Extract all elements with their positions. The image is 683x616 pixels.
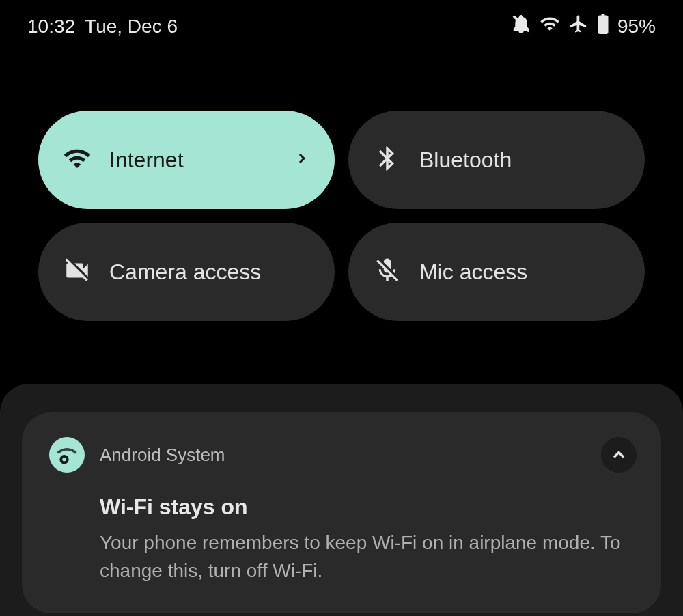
notification-panel: Android System Wi-Fi stays on Your phone… — [0, 384, 683, 616]
internet-tile-label: Internet — [109, 148, 276, 173]
status-date: Tue, Dec 6 — [85, 16, 178, 38]
bluetooth-tile-label: Bluetooth — [419, 148, 620, 173]
battery-percentage: 95% — [617, 16, 656, 38]
wifi-icon — [63, 144, 92, 176]
app-icon — [49, 437, 85, 473]
notification-app-name: Android System — [100, 445, 225, 466]
camera-tile-label: Camera access — [109, 260, 310, 285]
mic-off-icon — [373, 256, 402, 288]
dnd-off-icon — [511, 14, 531, 39]
mic-access-tile[interactable]: Mic access — [348, 223, 645, 321]
bluetooth-icon — [373, 144, 402, 176]
notification-title: Wi-Fi stays on — [100, 494, 634, 520]
mic-tile-label: Mic access — [419, 260, 620, 285]
bluetooth-tile[interactable]: Bluetooth — [348, 111, 645, 209]
svg-point-2 — [62, 458, 66, 461]
status-time: 10:32 — [27, 16, 75, 38]
collapse-button[interactable] — [601, 437, 637, 473]
airplane-icon — [568, 14, 589, 39]
notification-text: Your phone remembers to keep Wi-Fi on in… — [100, 529, 634, 585]
status-bar: 10:32 Tue, Dec 6 95% — [0, 0, 683, 46]
camera-access-tile[interactable]: Camera access — [38, 223, 335, 321]
battery-icon — [597, 14, 609, 39]
wifi-icon — [540, 14, 560, 39]
quick-settings-tiles: Internet Bluetooth Camera access Mic acc… — [0, 46, 683, 335]
notification-body: Wi-Fi stays on Your phone remembers to k… — [49, 494, 634, 585]
notification-header: Android System — [49, 437, 634, 473]
status-left: 10:32 Tue, Dec 6 — [27, 16, 178, 38]
internet-tile[interactable]: Internet — [38, 111, 335, 209]
status-right: 95% — [511, 14, 656, 39]
chevron-right-icon — [294, 150, 310, 169]
camera-off-icon — [63, 256, 92, 288]
chevron-up-icon — [609, 445, 628, 464]
notification-card[interactable]: Android System Wi-Fi stays on Your phone… — [22, 412, 661, 613]
